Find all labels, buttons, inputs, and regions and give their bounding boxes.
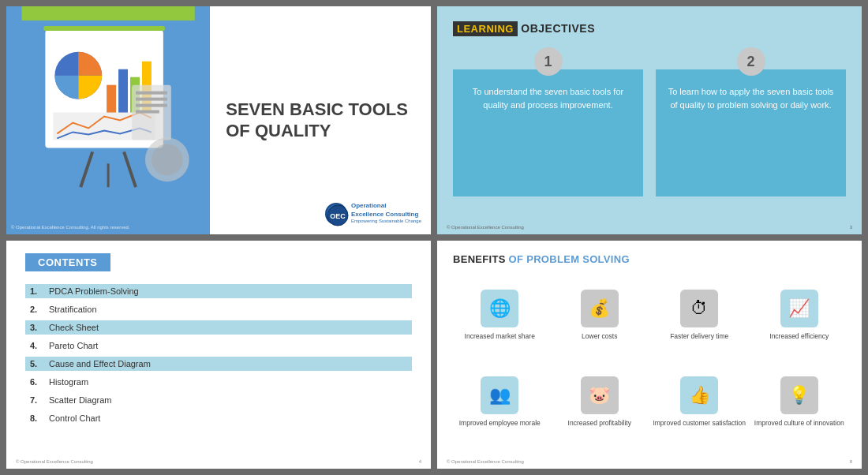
benefit-item: 📈 Increased efficiency — [753, 275, 847, 356]
svg-line-8 — [80, 151, 92, 187]
svg-rect-3 — [107, 85, 116, 115]
slide4-footer-left: © Operational Excellence Consulting — [447, 459, 524, 464]
benefit-item: ⏱ Faster delivery time — [653, 275, 746, 356]
slide1-copyright: © Operational Excellence Consulting. All… — [11, 225, 130, 230]
slide2-footer-left: © Operational Excellence Consulting — [447, 225, 524, 230]
benefit-label: Increased profitability — [568, 419, 631, 428]
list-item: 8.Control Chart — [25, 411, 412, 425]
learning-number-1: 1 — [534, 47, 563, 76]
slide-contents: CONTENTS 1.PDCA Problem-Solving2.Stratif… — [6, 241, 431, 469]
benefit-icon: 💡 — [780, 376, 818, 414]
benefit-icon: 🌐 — [481, 290, 518, 327]
svg-point-18 — [152, 144, 183, 175]
item-label: Control Chart — [49, 413, 100, 423]
slide2-footer: © Operational Excellence Consulting 3 — [437, 225, 862, 230]
contents-list: 1.PDCA Problem-Solving2.Stratification3.… — [25, 284, 412, 425]
list-item: 2.Stratification — [25, 302, 412, 316]
item-number: 2. — [30, 305, 43, 314]
benefit-item: 💰 Lower costs — [553, 275, 647, 356]
benefit-label: Improved customer satisfaction — [653, 419, 746, 428]
svg-text:OEC: OEC — [330, 212, 346, 220]
item-number: 3. — [30, 323, 43, 332]
benefit-icon: 👍 — [680, 376, 718, 414]
slide-learning-objectives: LEARNING OBJECTIVES 1 To understand the … — [437, 6, 862, 234]
svg-rect-11 — [43, 26, 164, 31]
contents-title: CONTENTS — [25, 253, 110, 271]
slide2-footer-right: 3 — [850, 225, 852, 230]
list-item: 1.PDCA Problem-Solving — [25, 284, 412, 298]
benefit-item: 👍 Improved customer satisfaction — [653, 362, 746, 443]
slide3-footer-left: © Operational Excellence Consulting — [16, 459, 93, 464]
item-number: 6. — [30, 377, 43, 387]
learning-grid: 1 To understand the seven basic tools fo… — [453, 47, 846, 196]
slide3-footer: © Operational Excellence Consulting 4 — [6, 459, 431, 464]
slide1-logo: OEC Operational Excellence Consulting Em… — [325, 202, 421, 225]
benefit-icon: 👥 — [481, 376, 518, 414]
benefit-label: Increased efficiency — [769, 332, 829, 341]
benefit-icon: 📈 — [780, 290, 818, 327]
list-item: 7.Scatter Diagram — [25, 393, 412, 407]
logo-circle-icon: OEC — [325, 203, 347, 225]
slide3-footer-right: 4 — [419, 459, 421, 464]
item-number: 5. — [30, 359, 43, 368]
learning-number-2: 2 — [737, 47, 765, 76]
benefit-item: 👥 Improved employee morale — [453, 362, 547, 443]
item-label: Cause and Effect Diagram — [49, 359, 151, 368]
benefit-label: Improved culture of innovation — [754, 419, 844, 428]
slide1-title-panel: SEVEN BASIC TOOLS OF QUALITY OEC Operati… — [210, 6, 431, 234]
benefit-label: Lower costs — [582, 332, 617, 341]
item-label: PDCA Problem-Solving — [49, 286, 139, 296]
list-item: 4.Pareto Chart — [25, 338, 412, 353]
benefits-grid: 🌐 Increased market share 💰 Lower costs ⏱… — [453, 275, 846, 443]
slide-benefits: BENEFITS OF PROBLEM SOLVING 🌐 Increased … — [437, 241, 862, 469]
item-label: Pareto Chart — [49, 341, 98, 350]
learning-box-2: To learn how to apply the seven basic to… — [656, 69, 846, 196]
svg-rect-15 — [136, 104, 167, 107]
learning-item-1: 1 To understand the seven basic tools fo… — [453, 47, 643, 196]
benefits-title: BENEFITS OF PROBLEM SOLVING — [453, 253, 846, 265]
benefit-item: 🐷 Increased profitability — [553, 362, 647, 443]
benefit-icon: 🐷 — [581, 376, 619, 414]
benefit-label: Faster delivery time — [670, 332, 728, 341]
svg-rect-16 — [136, 110, 159, 114]
item-label: Check Sheet — [49, 323, 99, 332]
logo-text: Operational Excellence Consulting Empowe… — [351, 202, 421, 225]
benefit-item: 💡 Improved culture of innovation — [753, 362, 847, 443]
item-number: 4. — [30, 341, 43, 350]
slide2-title: LEARNING OBJECTIVES — [453, 22, 846, 35]
svg-rect-4 — [118, 69, 128, 115]
svg-rect-14 — [136, 98, 167, 101]
item-label: Stratification — [49, 305, 97, 314]
item-label: Scatter Diagram — [49, 395, 111, 405]
benefit-label: Increased market share — [465, 332, 535, 341]
item-label: Histogram — [49, 377, 88, 387]
slide4-footer: © Operational Excellence Consulting 8 — [437, 459, 862, 464]
slide1-title: SEVEN BASIC TOOLS OF QUALITY — [226, 99, 415, 141]
svg-rect-0 — [21, 6, 194, 21]
benefit-item: 🌐 Increased market share — [453, 275, 547, 356]
learning-item-2: 2 To learn how to apply the seven basic … — [656, 47, 846, 196]
learning-box-1: To understand the seven basic tools for … — [453, 69, 643, 196]
benefit-icon: 💰 — [581, 290, 619, 327]
slide-seven-basic-tools: © Operational Excellence Consulting. All… — [6, 6, 431, 234]
benefit-icon: ⏱ — [680, 290, 718, 327]
list-item: 6.Histogram — [25, 375, 412, 389]
list-item: 3.Check Sheet — [25, 320, 412, 335]
svg-rect-13 — [136, 92, 167, 95]
item-number: 1. — [30, 286, 43, 296]
benefit-label: Improved employee morale — [459, 419, 541, 428]
item-number: 7. — [30, 395, 43, 405]
svg-line-9 — [124, 151, 136, 187]
list-item: 5.Cause and Effect Diagram — [25, 357, 412, 371]
item-number: 8. — [30, 413, 43, 423]
slide4-footer-right: 8 — [850, 459, 852, 464]
slide1-image-panel: © Operational Excellence Consulting. All… — [6, 6, 210, 234]
